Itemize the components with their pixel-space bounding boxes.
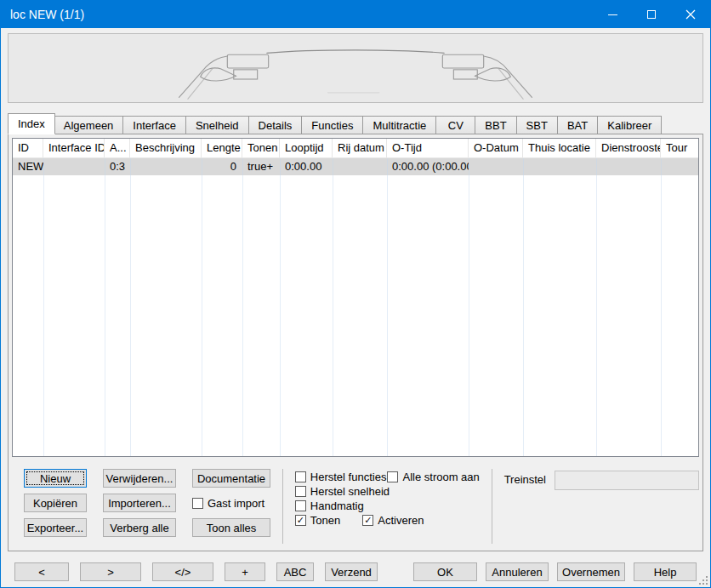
table-cell: true+ — [242, 158, 280, 175]
maximize-icon — [647, 10, 656, 19]
handmatig-checkbox[interactable] — [295, 500, 306, 511]
table-cell — [333, 158, 387, 175]
tab-index[interactable]: Index — [8, 113, 55, 134]
overnemen-button[interactable]: Overnemen — [557, 562, 625, 581]
table-cell: 0:3 — [105, 158, 130, 175]
table-cell — [523, 158, 596, 175]
importeren-button[interactable]: Importeren... — [103, 494, 176, 512]
verwijderen-button[interactable]: Verwijderen... — [103, 469, 176, 488]
ok-button[interactable]: OK — [413, 562, 477, 581]
gast-import-label: Gast import — [203, 497, 264, 510]
treinstel-group: Treinstel — [504, 469, 699, 490]
herstel-snelheid-checkbox[interactable] — [295, 486, 306, 497]
documentatie-button[interactable]: Documentatie — [192, 469, 270, 488]
tab-details[interactable]: Details — [249, 116, 303, 134]
table-cell: NEW — [13, 158, 43, 175]
bottom-bar: < > </> + ABC Verzend OK Annuleren Overn… — [8, 562, 703, 581]
index-tab-panel: IDInterface IDA...BeschrijvingLengteTone… — [8, 134, 703, 551]
alle-stroom-aan-checkbox[interactable] — [387, 471, 398, 482]
herstel-functies-label: Herstel functies — [306, 471, 387, 483]
dialog-content: IndexAlgemeenInterfaceSnelheidDetailsFun… — [1, 28, 710, 587]
vertical-divider — [492, 469, 492, 544]
maximize-button[interactable] — [632, 1, 671, 28]
prev-loc-button[interactable]: < — [14, 562, 69, 581]
loc-table: IDInterface IDA...BeschrijvingLengteTone… — [12, 138, 699, 457]
activeren-label: Activeren — [373, 514, 424, 527]
next-loc-button[interactable]: > — [80, 562, 141, 581]
column-header[interactable]: O-Datum — [469, 139, 523, 157]
table-cell — [596, 158, 661, 175]
option-checkboxes: Herstel functies Alle stroom aan Herstel… — [295, 469, 480, 527]
column-header[interactable]: O-Tijd — [387, 139, 469, 157]
table-cell — [661, 158, 699, 175]
xml-button[interactable]: </> — [152, 562, 213, 581]
column-header[interactable]: Beschrijving — [130, 139, 202, 157]
resize-grip-handle[interactable] — [699, 576, 708, 585]
herstel-functies-option: Herstel functies — [295, 471, 387, 483]
nieuw-button[interactable]: Nieuw — [24, 469, 87, 488]
controls-row: Nieuw Verwijderen... Documentatie Kopiër… — [12, 469, 699, 549]
verzend-button[interactable]: Verzend — [325, 562, 378, 581]
tonen-label: Tonen — [306, 514, 340, 527]
window-controls — [593, 1, 710, 28]
herstel-snelheid-option: Herstel snelheid — [295, 485, 390, 498]
tab-multitractie[interactable]: Multitractie — [363, 116, 436, 134]
help-button[interactable]: Help — [634, 562, 697, 581]
minimize-icon — [608, 14, 617, 15]
handmatig-label: Handmatig — [306, 500, 364, 512]
gast-import-checkbox[interactable] — [192, 498, 203, 509]
column-header[interactable]: ID — [13, 139, 43, 157]
table-cell — [130, 158, 202, 175]
toon-alles-button[interactable]: Toon alles — [192, 518, 270, 537]
activeren-checkbox[interactable] — [362, 515, 373, 526]
gast-import-option: Gast import — [192, 497, 270, 510]
table-cell — [469, 158, 523, 175]
annuleren-button[interactable]: Annuleren — [486, 562, 549, 581]
tab-cv[interactable]: CV — [436, 116, 475, 134]
kopieren-button[interactable]: Kopiëren — [24, 494, 87, 512]
herstel-functies-checkbox[interactable] — [295, 471, 306, 482]
tab-bat[interactable]: BAT — [558, 116, 598, 134]
plus-button[interactable]: + — [225, 562, 265, 581]
tab-algemeen[interactable]: Algemeen — [54, 116, 124, 134]
exporteer-button[interactable]: Exporteer... — [24, 518, 87, 537]
tab-snelheid[interactable]: Snelheid — [186, 116, 249, 134]
table-row[interactable]: NEW0:30true+0:00.000:00.00 (0:00.00) — [13, 158, 698, 175]
column-header[interactable]: Dienstrooster — [596, 139, 661, 157]
table-cell: 0:00.00 — [280, 158, 333, 175]
loco-preview — [8, 33, 703, 103]
herstel-snelheid-label: Herstel snelheid — [306, 485, 390, 498]
tab-interface[interactable]: Interface — [123, 116, 186, 134]
table-cell — [43, 158, 105, 175]
minimize-button[interactable] — [593, 1, 632, 28]
vertical-divider — [282, 469, 283, 544]
column-header[interactable]: Looptijd — [280, 139, 333, 157]
column-header[interactable]: Tour — [661, 139, 699, 157]
table-header: IDInterface IDA...BeschrijvingLengteTone… — [13, 139, 698, 158]
close-button[interactable] — [671, 1, 710, 28]
close-icon — [685, 9, 696, 20]
activeren-option: Activeren — [362, 514, 424, 527]
alle-stroom-aan-label: Alle stroom aan — [398, 471, 479, 483]
tab-kalibreer[interactable]: Kalibreer — [598, 116, 662, 134]
loc-dialog-window: loc NEW (1/1) — [0, 0, 711, 588]
abc-button[interactable]: ABC — [276, 562, 314, 581]
verberg-alle-button[interactable]: Verberg alle — [103, 518, 176, 537]
column-header[interactable]: Rij datum — [333, 139, 387, 157]
column-header[interactable]: Interface ID — [43, 139, 105, 157]
handmatig-option: Handmatig — [295, 500, 364, 512]
treinstel-input[interactable] — [555, 471, 699, 490]
grid-lines — [13, 158, 698, 457]
treinstel-label: Treinstel — [504, 471, 555, 486]
column-header[interactable]: Thuis locatie — [523, 139, 596, 157]
column-header[interactable]: A... — [105, 139, 130, 157]
column-header[interactable]: Lengte — [202, 139, 242, 157]
tonen-checkbox[interactable] — [295, 515, 306, 526]
alle-stroom-aan-option: Alle stroom aan — [387, 471, 479, 483]
tab-functies[interactable]: Functies — [302, 116, 363, 134]
tab-sbt[interactable]: SBT — [517, 116, 558, 134]
dialog-buttons: OK Annuleren Overnemen Help — [405, 562, 697, 581]
column-header[interactable]: Tonen — [242, 139, 280, 157]
window-title: loc NEW (1/1) — [1, 8, 84, 21]
tab-bbt[interactable]: BBT — [475, 116, 516, 134]
